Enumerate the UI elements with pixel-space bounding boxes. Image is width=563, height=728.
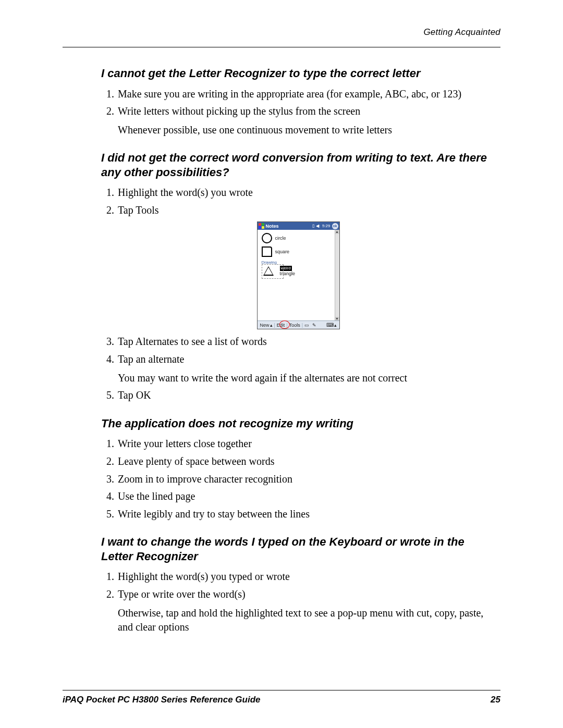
titlebar: Notes ▯ ◀ː 5:29 ok <box>258 222 339 230</box>
list-item: Write legibly and try to stay between th… <box>117 507 495 522</box>
menu-label: New <box>260 323 270 328</box>
keyboard-icon[interactable]: ⌨ <box>326 322 334 328</box>
figure: Notes ▯ ◀ː 5:29 ok ▲ ▼ <box>101 221 495 329</box>
list-item-text: Tap an alternate <box>118 353 184 365</box>
document-page: Getting Acquainted I cannot get the Lett… <box>0 0 563 728</box>
list-item: Tap Tools <box>117 203 495 218</box>
menubar: New ▴ | Edit | Tools | ▭ ✎ ⌨ ▴ <box>258 320 339 329</box>
windows-logo-icon <box>259 223 264 229</box>
list-item-sub: Whenever possible, use one continuous mo… <box>118 123 495 138</box>
list-item-sub: You may want to write the word again if … <box>118 371 495 386</box>
square-shape-icon <box>262 246 272 257</box>
footer-title: iPAQ Pocket PC H3800 Series Reference Gu… <box>63 695 261 705</box>
scroll-up-icon[interactable]: ▲ <box>335 230 339 234</box>
menu-new[interactable]: New ▴ <box>259 323 274 328</box>
triangle-shape-icon <box>263 266 274 276</box>
body-content: I cannot get the Letter Recognizer to ty… <box>63 47 500 635</box>
ordered-list: Highlight the word(s) you typed or wrote… <box>101 570 495 634</box>
chevron-up-icon: ▴ <box>270 323 273 328</box>
list-item: Write your letters close together <box>117 437 495 451</box>
chevron-up-icon: ▴ <box>334 323 337 328</box>
page-footer: iPAQ Pocket PC H3800 Series Reference Gu… <box>63 695 500 705</box>
label-square: square <box>275 249 290 254</box>
menu-tools[interactable]: Tools <box>288 323 302 328</box>
record-icon[interactable]: ▭ <box>303 323 311 328</box>
pocketpc-screenshot: Notes ▯ ◀ː 5:29 ok ▲ ▼ <box>257 221 340 329</box>
ordered-list: Write your letters close together Leave … <box>101 437 495 521</box>
section-heading: I want to change the words I typed on th… <box>101 535 495 563</box>
page-number: 25 <box>491 695 500 705</box>
list-item: Write letters without picking up the sty… <box>117 104 495 137</box>
signal-icon: ▯ <box>312 224 314 228</box>
ordered-list: Make sure you are writing in the appropr… <box>101 87 495 138</box>
list-item: Highlight the word(s) you typed or wrote <box>117 570 495 584</box>
section-heading: The application does not recognize my wr… <box>101 416 495 431</box>
menu-edit[interactable]: Edit <box>275 323 287 328</box>
label-circle: circle <box>275 236 286 241</box>
speaker-icon: ◀ː <box>316 224 321 228</box>
list-item: Tap an alternate You may want to write t… <box>117 352 495 385</box>
list-item-text: Write letters without picking up the sty… <box>118 105 360 117</box>
list-item-text: Type or write over the word(s) <box>118 588 246 600</box>
footer-rule <box>63 690 500 690</box>
app-title: Notes <box>266 224 279 229</box>
list-item: Make sure you are writing in the appropr… <box>117 87 495 102</box>
ordered-list: Tap Alternates to see a list of words Ta… <box>101 335 495 402</box>
pen-icon[interactable]: ✎ <box>311 323 318 328</box>
clock-text: 5:29 <box>322 224 331 228</box>
circle-shape-icon <box>262 233 272 243</box>
list-item: Type or write over the word(s) Otherwise… <box>117 587 495 635</box>
list-item: Highlight the word(s) you wrote <box>117 186 495 200</box>
list-item-sub: Otherwise, tap and hold the highlighted … <box>118 606 495 635</box>
running-head: Getting Acquainted <box>63 27 500 38</box>
notes-canvas: ▲ ▼ circle square Drawing <box>258 230 339 321</box>
section-heading: I did not get the correct word conversio… <box>101 151 495 179</box>
list-item: Leave plenty of space between words <box>117 454 495 469</box>
list-item: Tap Alternates to see a list of words <box>117 335 495 349</box>
list-item: Tap OK <box>117 388 495 403</box>
list-item: Zoom in to improve character recognition <box>117 472 495 487</box>
section-heading: I cannot get the Letter Recognizer to ty… <box>101 66 495 81</box>
list-item: Use the lined page <box>117 489 495 504</box>
ok-button[interactable]: ok <box>332 223 338 229</box>
ordered-list: Highlight the word(s) you wrote Tap Tool… <box>101 186 495 217</box>
